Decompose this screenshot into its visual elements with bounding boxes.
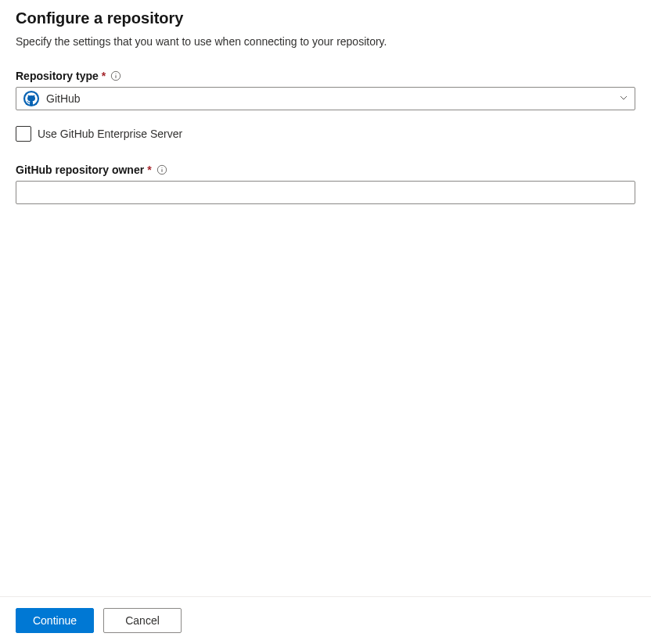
page-title: Configure a repository: [16, 9, 635, 27]
chevron-down-icon: [619, 93, 628, 105]
repository-owner-input[interactable]: [16, 181, 635, 204]
svg-point-2: [116, 74, 117, 74]
cancel-button[interactable]: Cancel: [103, 608, 182, 633]
github-icon: [23, 90, 40, 107]
svg-point-6: [161, 167, 162, 168]
repository-type-label-row: Repository type *: [16, 70, 635, 82]
continue-button[interactable]: Continue: [16, 608, 94, 633]
configure-repository-panel: Configure a repository Specify the setti…: [0, 0, 651, 204]
repository-owner-field: GitHub repository owner *: [16, 164, 635, 204]
repository-type-field: Repository type * GitHub: [16, 70, 635, 110]
enterprise-server-checkbox[interactable]: [16, 126, 31, 142]
enterprise-server-label[interactable]: Use GitHub Enterprise Server: [38, 128, 182, 140]
repository-owner-label: GitHub repository owner: [16, 164, 144, 176]
info-icon[interactable]: [110, 70, 121, 81]
required-asterisk: *: [147, 164, 151, 176]
repository-type-label: Repository type: [16, 70, 99, 82]
enterprise-server-row: Use GitHub Enterprise Server: [16, 126, 635, 142]
repository-owner-label-row: GitHub repository owner *: [16, 164, 635, 176]
required-asterisk: *: [102, 70, 106, 82]
page-subtitle: Specify the settings that you want to us…: [16, 35, 635, 48]
repository-type-dropdown[interactable]: GitHub: [16, 87, 635, 110]
footer-actions: Continue Cancel: [0, 596, 651, 644]
info-icon[interactable]: [156, 164, 167, 175]
repository-type-value: GitHub: [46, 92, 619, 105]
